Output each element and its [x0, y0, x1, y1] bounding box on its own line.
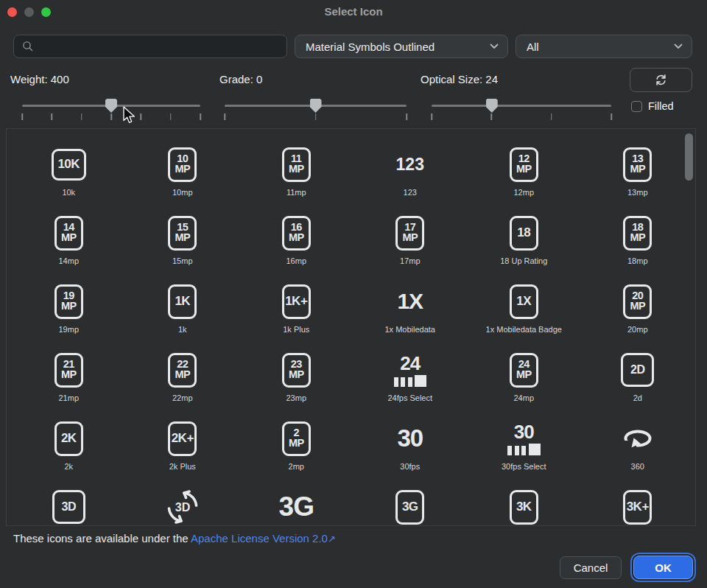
360-rotation-glyph: [620, 421, 655, 456]
icon-cell-3g-mobiledata[interactable]: 3G: [239, 489, 354, 526]
ok-button[interactable]: OK: [633, 556, 693, 579]
chevron-down-icon: [490, 43, 499, 49]
icon-cell-360[interactable]: 360: [581, 421, 695, 489]
icon-cell-15mp[interactable]: 15MP15mp: [126, 215, 240, 284]
reset-button[interactable]: [630, 68, 692, 92]
icon-cell-1x-mobiledata[interactable]: 1X1x Mobiledata: [354, 284, 468, 352]
123-icon: 123: [396, 147, 424, 182]
filled-checkbox-label: Filled: [648, 100, 674, 112]
icon-label: 13mp: [627, 188, 648, 197]
icon-cell-24mp[interactable]: 24MP24mp: [467, 352, 581, 421]
icon-cell-13mp[interactable]: 13MP13mp: [581, 147, 695, 215]
icon-cell-1x-mobiledata-badge[interactable]: 1X1x Mobiledata Badge: [467, 284, 581, 352]
2mp-icon: 2MP: [282, 421, 311, 456]
16mp-icon: 16MP: [282, 215, 311, 251]
slider-thumb[interactable]: [310, 99, 322, 113]
slider-tick: [52, 113, 53, 120]
slider-tick: [21, 113, 23, 120]
icon-cell-23mp[interactable]: 23MP23mp: [239, 352, 354, 421]
icon-label: 1x Mobiledata: [385, 325, 436, 334]
icon-cell-30fps[interactable]: 3030fps: [354, 421, 468, 489]
22mp-icon: 22MP: [168, 352, 197, 388]
2d-icon: 2D: [621, 352, 654, 388]
icon-cell-17mp[interactable]: 17MP17mp: [354, 215, 468, 284]
cancel-button[interactable]: Cancel: [560, 556, 622, 579]
weight-slider[interactable]: [22, 102, 200, 121]
icon-cell-3d[interactable]: 3D: [12, 489, 126, 526]
icon-cell-3d-rotation[interactable]: 3D: [126, 489, 240, 526]
icon-label: 1k: [178, 325, 187, 334]
sync-icon: [653, 72, 669, 88]
icon-label: 23mp: [286, 393, 306, 402]
slider-tick: [431, 113, 432, 120]
category-dropdown-value: All: [527, 41, 539, 53]
slider-tick: [110, 113, 112, 120]
17mp-icon: 17MP: [395, 215, 424, 251]
slider-tick: [315, 113, 317, 120]
19mp-icon: 19MP: [54, 284, 83, 319]
apache-license-link[interactable]: Apache License Version 2.0: [191, 532, 328, 545]
icon-label: 360: [631, 462, 644, 471]
slider-tick: [81, 113, 82, 120]
icon-grid-panel: 10K10k10MP10mp11MP11mp12312312MP12mp13MP…: [6, 128, 696, 526]
slider-track[interactable]: [432, 105, 611, 107]
360-icon: [620, 421, 655, 456]
search-icon: [22, 41, 34, 52]
23mp-icon: 23MP: [282, 352, 311, 388]
font-family-dropdown-value: Material Symbols Outlined: [306, 41, 435, 53]
icon-cell-1k[interactable]: 1K1k: [126, 284, 240, 352]
icon-cell-2k[interactable]: 2K2k: [12, 421, 126, 489]
grade-label: Grade: 0: [219, 73, 262, 85]
chevron-down-icon: [674, 43, 683, 49]
icon-cell-10mp[interactable]: 10MP10mp: [126, 147, 240, 215]
icon-cell-21mp[interactable]: 21MP21mp: [12, 352, 126, 421]
filled-toggle-row: Filled: [631, 100, 674, 112]
icon-label: 1x Mobiledata Badge: [486, 325, 562, 334]
icon-cell-2d[interactable]: 2D2d: [581, 352, 695, 421]
icon-label: 15mp: [172, 256, 193, 265]
icon-cell-30fps-select[interactable]: 3030fps Select: [467, 421, 581, 489]
icon-cell-16mp[interactable]: 16MP16mp: [239, 215, 354, 284]
filled-checkbox[interactable]: [631, 101, 642, 112]
icon-cell-11mp[interactable]: 11MP11mp: [239, 147, 354, 215]
icon-cell-20mp[interactable]: 20MP20mp: [581, 284, 695, 352]
icon-cell-24fps-select[interactable]: 2424fps Select: [354, 352, 468, 421]
license-text: These icons are available under the: [13, 532, 191, 545]
icon-cell-12mp[interactable]: 12MP12mp: [467, 147, 581, 215]
search-input[interactable]: [34, 41, 286, 53]
icon-label: 18 Up Rating: [500, 256, 547, 265]
icon-cell-14mp[interactable]: 14MP14mp: [12, 215, 126, 284]
icon-cell-18-up-rating[interactable]: 1818 Up Rating: [467, 215, 581, 284]
icon-cell-10k[interactable]: 10K10k: [12, 147, 126, 215]
icon-cell-3g-mobiledata-badge[interactable]: 3G: [354, 489, 468, 526]
optical-size-label: Optical Size: 24: [421, 73, 498, 85]
icon-cell-3k-plus[interactable]: 3K+: [581, 489, 695, 526]
slider-tick: [224, 113, 225, 120]
icon-cell-123[interactable]: 123123: [354, 147, 468, 215]
icon-cell-3k[interactable]: 3K: [467, 489, 581, 526]
grade-slider[interactable]: [225, 102, 407, 121]
icon-cell-2k-plus[interactable]: 2K+2k Plus: [126, 421, 240, 489]
icon-cell-2mp[interactable]: 2MP2mp: [239, 421, 354, 489]
1k-plus-icon: 1K+: [282, 284, 311, 319]
icon-cell-19mp[interactable]: 19MP19mp: [12, 284, 126, 352]
3d-rotation-glyph: 3D: [165, 489, 200, 525]
20mp-icon: 20MP: [623, 284, 652, 319]
category-dropdown[interactable]: All: [516, 35, 692, 58]
icon-cell-22mp[interactable]: 22MP22mp: [126, 352, 240, 421]
icon-cell-18mp[interactable]: 18MP18mp: [581, 215, 695, 284]
slider-thumb[interactable]: [486, 99, 498, 113]
optical-size-slider[interactable]: [432, 102, 611, 121]
slider-thumb[interactable]: [105, 99, 117, 113]
icon-label: 12mp: [513, 188, 534, 197]
icon-label: 21mp: [58, 393, 79, 402]
24fps-select-icon: 24: [394, 352, 427, 388]
font-family-dropdown[interactable]: Material Symbols Outlined: [295, 35, 508, 58]
slider-tick: [200, 113, 201, 120]
vertical-scrollbar-thumb[interactable]: [685, 133, 693, 181]
3k-plus-icon: 3K+: [623, 489, 652, 525]
weight-label: Weight: 400: [10, 73, 69, 85]
icon-cell-1k-plus[interactable]: 1K+1k Plus: [239, 284, 354, 352]
search-field[interactable]: [13, 35, 287, 58]
2k-icon: 2K: [54, 421, 83, 456]
